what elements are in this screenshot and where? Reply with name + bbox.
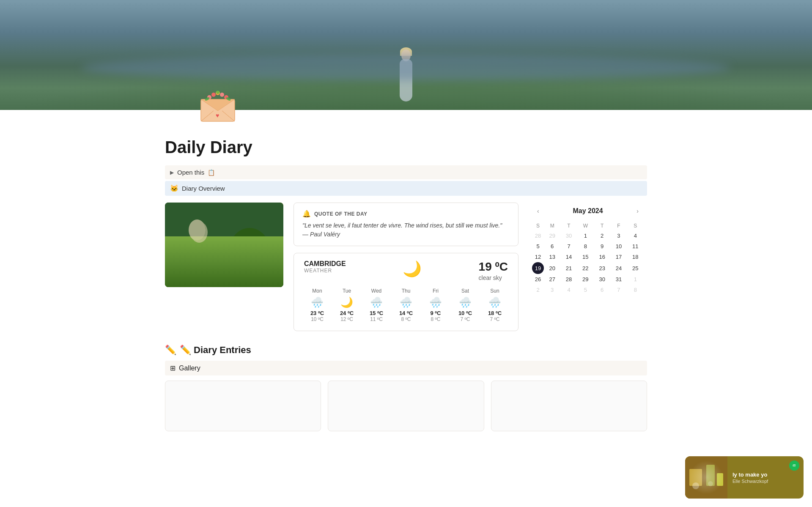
weather-current-temp: 19 ºC [479,260,508,274]
toggle-label: Open this [177,169,204,176]
weather-day-1: Tue🌙24 ºC12 ºC [334,288,360,322]
weather-day-name-3: Thu [393,288,419,294]
calendar-day-cell[interactable]: 20 [544,262,560,274]
calendar-day-cell[interactable]: 17 [610,252,627,262]
calendar-day-header: T [594,221,610,230]
svg-point-17 [196,261,201,266]
quote-header: 🔔 QUOTE OF THE DAY [302,210,510,218]
svg-point-20 [213,260,218,265]
quote-text: "Le vent se leve, il faut tenter de vivr… [302,221,510,239]
weather-day-6: Sun🌧️18 ºC7 ºC [482,288,508,322]
weather-day-2: Wed🌧️15 ºC11 ºC [363,288,390,322]
open-this-toggle[interactable]: ▶ Open this 📋 [165,165,647,179]
calendar-day-header: M [544,221,560,230]
calendar-day-cell[interactable]: 24 [610,262,627,274]
calendar-day-cell[interactable]: 15 [577,252,594,262]
weather-day-low-2: 11 ºC [363,316,390,322]
calendar-day-cell[interactable]: 21 [560,262,577,274]
calendar-day-cell[interactable]: 30 [560,230,577,241]
svg-point-6 [211,93,216,97]
calendar-day-cell[interactable]: 26 [532,274,544,285]
calendar-day-cell[interactable]: 3 [610,230,627,241]
weather-day-name-6: Sun [482,288,508,294]
weather-day-high-1: 24 ºC [334,310,360,316]
weather-days: Mon🌧️23 ºC10 ºCTue🌙24 ºC12 ºCWed🌧️15 ºC1… [304,288,508,322]
calendar-prev-button[interactable]: ‹ [534,206,543,216]
diary-card-3[interactable] [491,381,647,431]
figure-body [400,59,412,101]
calendar-day-cell[interactable]: 5 [532,241,544,252]
calendar-day-cell[interactable]: 13 [544,252,560,262]
calendar-day-cell[interactable]: 19 [532,262,544,274]
calendar-day-cell[interactable]: 6 [594,285,610,295]
diary-cards-grid [165,381,647,431]
toggle-emoji: 📋 [208,169,215,176]
diary-card-2[interactable] [328,381,484,431]
calendar-day-cell[interactable]: 30 [594,274,610,285]
calendar-day-cell[interactable]: 29 [577,274,594,285]
svg-point-25 [214,261,224,268]
calendar-day-cell[interactable]: 8 [577,241,594,252]
calendar-day-cell[interactable]: 10 [610,241,627,252]
calendar-day-cell[interactable]: 31 [610,274,627,285]
calendar-day-cell[interactable]: 6 [544,241,560,252]
svg-point-8 [220,93,224,97]
calendar-day-cell[interactable]: 8 [627,285,644,295]
calendar-day-cell[interactable]: 27 [544,274,560,285]
weather-day-high-5: 10 ºC [452,310,478,316]
calendar-day-cell[interactable]: 29 [544,230,560,241]
gallery-row[interactable]: ⊞ Gallery [165,361,647,375]
weather-day-5: Sat🌧️10 ºC7 ºC [452,288,478,322]
weather-day-low-0: 10 ºC [304,316,330,322]
calendar-day-cell[interactable]: 28 [560,274,577,285]
calendar-day-cell[interactable]: 14 [560,252,577,262]
calendar-day-header: S [532,221,544,230]
svg-point-16 [187,258,194,265]
diary-overview-row[interactable]: 🐱 Diary Overview [165,181,647,196]
svg-point-10 [216,90,219,94]
calendar-day-cell[interactable]: 7 [560,241,577,252]
calendar-day-cell[interactable]: 7 [610,285,627,295]
pencil-icon: ✏️ [165,345,176,356]
page-icon: ♥ [199,89,241,131]
weather-day-name-5: Sat [452,288,478,294]
calendar-day-cell[interactable]: 2 [532,285,544,295]
calendar-day-cell[interactable]: 22 [577,262,594,274]
calendar-day-header: T [560,221,577,230]
weather-day-name-4: Fri [422,288,449,294]
weather-day-icon-2: 🌧️ [363,296,390,308]
calendar-day-cell[interactable]: 16 [594,252,610,262]
calendar-day-cell[interactable]: 2 [594,230,610,241]
weather-day-icon-4: 🌧️ [422,296,449,308]
calendar-day-cell[interactable]: 25 [627,262,644,274]
gallery-label: Gallery [179,364,200,372]
weather-city: CAMBRIDGE [304,260,346,268]
calendar-day-cell[interactable]: 1 [577,230,594,241]
hero-figure [393,42,419,101]
weather-day-low-4: 8 ºC [422,316,449,322]
calendar-day-header: S [627,221,644,230]
weather-location-block: CAMBRIDGE WEATHER [304,260,346,274]
calendar-day-cell[interactable]: 18 [627,252,644,262]
weather-day-4: Fri🌧️9 ºC8 ºC [422,288,449,322]
svg-point-19 [182,263,186,267]
calendar-day-cell[interactable]: 4 [560,285,577,295]
diary-entries-title: ✏️ ✏️ Diary Entries [165,345,647,356]
calendar-next-button[interactable]: › [633,206,642,216]
weather-day-0: Mon🌧️23 ºC10 ºC [304,288,330,322]
overview-cat-icon: 🐱 [170,184,178,192]
calendar-day-cell[interactable]: 12 [532,252,544,262]
calendar-day-cell[interactable]: 23 [594,262,610,274]
weather-card: CAMBRIDGE WEATHER 🌙 19 ºC clear sky Mon🌧… [294,253,518,331]
quote-card: 🔔 QUOTE OF THE DAY "Le vent se leve, il … [294,203,518,246]
diary-card-1[interactable] [165,381,321,431]
calendar-day-cell[interactable]: 9 [594,241,610,252]
calendar-day-cell[interactable]: 5 [577,285,594,295]
calendar-day-cell[interactable]: 4 [627,230,644,241]
calendar-day-cell[interactable]: 28 [532,230,544,241]
calendar-day-cell[interactable]: 11 [627,241,644,252]
svg-rect-13 [165,203,283,287]
overview-label: Diary Overview [182,185,225,192]
calendar-day-cell[interactable]: 3 [544,285,560,295]
calendar-day-cell[interactable]: 1 [627,274,644,285]
